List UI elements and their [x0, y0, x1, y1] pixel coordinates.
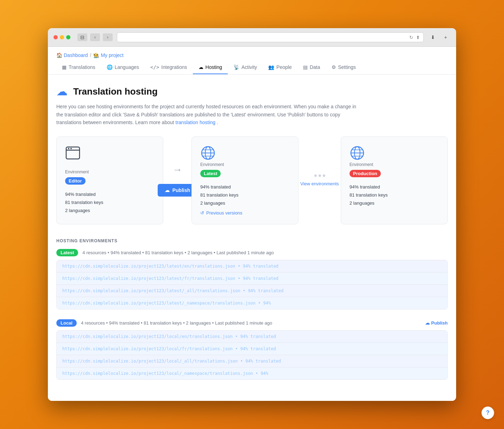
reload-icon[interactable]: ↻: [409, 35, 413, 40]
editor-stats: 94% translated 81 translation keys 2 lan…: [65, 190, 155, 215]
breadcrumb-separator: /: [90, 52, 92, 58]
breadcrumb: 🏠 Dashboard / 🧑‍🌾 My project: [48, 47, 456, 58]
app-content: 🏠 Dashboard / 🧑‍🌾 My project ▦ Translati…: [48, 47, 456, 401]
resource-row: https://cdn.simplelocalize.io/project123…: [57, 367, 447, 379]
translations-icon: ▦: [62, 64, 67, 70]
project-icon: 🧑‍🌾: [93, 52, 99, 58]
tab-hosting[interactable]: ☁ Hosting: [193, 61, 228, 74]
tab-activity[interactable]: 📡 Activity: [228, 61, 263, 74]
traffic-lights: [53, 35, 70, 39]
new-tab-button[interactable]: +: [441, 33, 451, 41]
latest-resource-list: https://cdn.simplelocalize.io/project123…: [56, 260, 448, 309]
latest-stats: 94% translated 81 translation keys 2 lan…: [200, 183, 290, 207]
production-stats: 94% translated 81 translation keys 2 lan…: [349, 183, 439, 207]
data-icon: ▤: [303, 64, 308, 70]
page-description: Here you can see hosting environments fo…: [56, 103, 359, 126]
upload-icon: ☁: [165, 187, 170, 193]
project-link[interactable]: 🧑‍🌾 My project: [93, 52, 124, 58]
latest-environment-card: Environment Latest 94% translated 81 tra…: [191, 136, 298, 224]
browser-window: ⊟ ‹ › ↻ ⬆ ⬇ + 🏠 Dashboard / 🧑‍🌾 My proje…: [48, 28, 456, 401]
resource-row: https://cdn.simplelocalize.io/project123…: [57, 355, 447, 367]
help-button[interactable]: ?: [481, 406, 494, 419]
latest-hosting-section: Latest 4 resources • 94% translated • 81…: [56, 249, 448, 309]
svg-point-3: [70, 148, 72, 149]
hosting-section-title: HOSTING ENVIRONMENTS: [56, 238, 448, 243]
production-environment-card: Environment Production 94% translated 81…: [341, 136, 448, 224]
page-header: ☁ Translation hosting: [56, 86, 448, 97]
traffic-light-green[interactable]: [66, 35, 70, 39]
resource-row: https://cdn.simplelocalize.io/project123…: [57, 260, 447, 273]
share-icon[interactable]: ⬆: [416, 35, 420, 40]
local-section-badge: Local: [56, 319, 77, 327]
svg-point-2: [68, 148, 69, 149]
editor-icon: [65, 145, 155, 164]
resource-row: https://cdn.simplelocalize.io/project123…: [57, 285, 447, 297]
view-environments-link[interactable]: View environments: [300, 181, 339, 186]
main-content: ☁ Translation hosting Here you can see h…: [48, 75, 456, 401]
sidebar-toggle-button[interactable]: ⊟: [77, 33, 87, 41]
view-environments-area: View environments: [298, 136, 341, 224]
resource-row: https://cdn.simplelocalize.io/project123…: [57, 273, 447, 285]
tab-integrations[interactable]: </> Integrations: [145, 61, 193, 74]
dashboard-link[interactable]: 🏠 Dashboard: [56, 52, 88, 58]
resource-row: https://cdn.simplelocalize.io/project123…: [57, 331, 447, 343]
resource-row: https://cdn.simplelocalize.io/project123…: [57, 297, 447, 309]
activity-icon: 📡: [233, 64, 239, 70]
traffic-light-yellow[interactable]: [60, 35, 64, 39]
publish-arrow-area: → ☁ Publish: [163, 136, 191, 224]
settings-icon: ⚙: [332, 64, 336, 70]
page-title: Translation hosting: [73, 86, 158, 97]
url-bar[interactable]: ↻ ⬆: [117, 32, 424, 42]
editor-env-label: Environment: [65, 169, 155, 174]
latest-section-meta: 4 resources • 94% translated • 81 transl…: [82, 250, 448, 255]
latest-badge: Latest: [200, 170, 221, 177]
dots-indicator: [314, 174, 325, 177]
latest-globe-icon: [200, 156, 216, 162]
local-publish-button[interactable]: ☁ Publish: [425, 320, 448, 326]
languages-icon: 🌐: [107, 64, 113, 70]
previous-versions-link[interactable]: ↺ Previous versions: [200, 210, 290, 216]
latest-section-badge: Latest: [56, 249, 78, 256]
local-section-header: Local 4 resources • 94% translated • 81 …: [56, 319, 448, 327]
browser-chrome: ⊟ ‹ › ↻ ⬆ ⬇ +: [48, 28, 456, 47]
tab-languages[interactable]: 🌐 Languages: [101, 61, 145, 74]
back-button[interactable]: ‹: [90, 33, 100, 41]
downloads-button[interactable]: ⬇: [428, 33, 438, 41]
dot-2: [319, 174, 321, 177]
local-resource-list: https://cdn.simplelocalize.io/project123…: [56, 330, 448, 380]
environments-row: Environment Editor 94% translated 81 tra…: [56, 136, 448, 224]
nav-tabs: ▦ Translations 🌐 Languages </> Integrati…: [48, 61, 456, 75]
resource-row: https://cdn.simplelocalize.io/project123…: [57, 343, 447, 355]
tab-settings[interactable]: ⚙ Settings: [326, 61, 362, 74]
browser-actions: ⬇ +: [428, 33, 451, 41]
dot-1: [314, 174, 317, 177]
production-badge: Production: [349, 170, 381, 177]
tab-people[interactable]: 👥 People: [263, 61, 297, 74]
local-hosting-section: Local 4 resources • 94% translated • 81 …: [56, 319, 448, 380]
browser-controls: ⊟ ‹ ›: [77, 33, 113, 41]
translation-hosting-link[interactable]: translation hosting: [176, 120, 216, 125]
production-env-label: Environment: [349, 162, 439, 167]
hosting-environments-section: HOSTING ENVIRONMENTS Latest 4 resources …: [56, 238, 448, 380]
latest-section-header: Latest 4 resources • 94% translated • 81…: [56, 249, 448, 256]
history-icon: ↺: [200, 210, 204, 216]
forward-button[interactable]: ›: [103, 33, 113, 41]
production-globe-icon: [349, 156, 365, 162]
tab-translations[interactable]: ▦ Translations: [56, 61, 101, 74]
editor-environment-card: Environment Editor 94% translated 81 tra…: [56, 136, 163, 224]
latest-env-label: Environment: [200, 162, 290, 167]
dot-3: [323, 174, 325, 177]
local-section-meta: 4 resources • 94% translated • 81 transl…: [81, 320, 421, 326]
home-icon: 🏠: [56, 52, 62, 58]
cloud-icon: ☁: [56, 86, 68, 97]
people-icon: 👥: [268, 64, 274, 70]
editor-badge: Editor: [65, 177, 86, 185]
upload-cloud-icon: ☁: [425, 320, 430, 326]
traffic-light-red[interactable]: [53, 35, 58, 39]
hosting-icon: ☁: [199, 64, 203, 70]
tab-data[interactable]: ▤ Data: [297, 61, 326, 74]
arrow-right-icon: →: [172, 164, 182, 175]
integrations-icon: </>: [150, 64, 159, 70]
